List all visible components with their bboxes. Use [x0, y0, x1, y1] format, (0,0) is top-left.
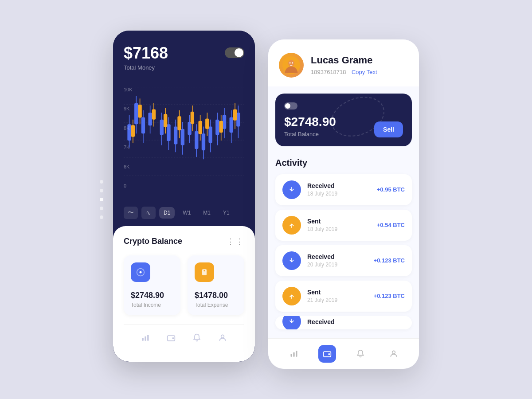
svg-point-70: [292, 62, 293, 63]
svg-rect-29: [208, 126, 212, 143]
nav-profile-right[interactable]: [385, 345, 403, 363]
dots-decoration: [100, 180, 103, 219]
svg-point-69: [289, 62, 291, 63]
svg-rect-33: [223, 115, 226, 129]
avatar: [279, 53, 304, 78]
dot: [100, 207, 103, 210]
svg-point-60: [203, 270, 205, 271]
svg-rect-71: [290, 354, 292, 357]
candlestick-chart: [124, 87, 244, 176]
chart-label-8k: 8K: [124, 125, 133, 131]
nav-icon-profile[interactable]: [214, 329, 231, 347]
menu-dots-icon[interactable]: ⋮⋮: [227, 237, 244, 246]
activity-amount: +0.123 BTC: [374, 257, 405, 264]
dot: [100, 215, 103, 219]
svg-point-58: [140, 271, 142, 273]
svg-rect-63: [147, 335, 149, 340]
card-toggle[interactable]: [284, 102, 297, 110]
activity-info: Received 20 July 2019: [307, 253, 368, 268]
svg-rect-72: [293, 352, 294, 356]
svg-rect-62: [145, 336, 146, 340]
activity-type: Received: [307, 253, 368, 260]
activity-amount: +0.95 BTC: [377, 186, 405, 193]
nav-chart-right[interactable]: [285, 345, 303, 363]
svg-rect-9: [134, 103, 138, 124]
chart-labels: 10K 9K 8K 7K 6K 0: [124, 87, 133, 189]
left-phone: $7168 Total Money 10K 9K 8K 7K 6K 0: [113, 31, 255, 362]
nav-icon-chart[interactable]: [137, 329, 154, 347]
activity-date: 21 July 2019: [307, 297, 368, 303]
svg-rect-15: [160, 119, 164, 135]
total-income-card: $2748.90 Total Income: [124, 255, 180, 315]
svg-rect-47: [177, 116, 181, 130]
balance-header: $7168: [124, 44, 244, 63]
activity-title: Activity: [275, 158, 412, 168]
income-icon: [131, 262, 150, 282]
activity-amount: +0.54 BTC: [377, 222, 405, 228]
svg-rect-55: [219, 121, 223, 132]
profile-section: Lucas Grame 18937618718 Copy Text: [268, 39, 419, 86]
time-btn-d1[interactable]: D1: [159, 207, 175, 219]
chart-label-10k: 10K: [124, 87, 133, 92]
chart-label-9k: 9K: [124, 106, 133, 111]
chart-type-btn-line[interactable]: 〜: [124, 207, 138, 219]
time-btn-y1[interactable]: Y1: [219, 207, 234, 219]
svg-rect-73: [296, 351, 297, 356]
total-amount: $7168: [124, 44, 168, 63]
total-income-label: Total Income: [131, 302, 173, 308]
toggle-switch[interactable]: [225, 47, 244, 58]
svg-rect-75: [328, 353, 330, 355]
copy-text-btn[interactable]: Copy Text: [352, 69, 377, 75]
activity-date: 18 July 2019: [307, 226, 371, 232]
activity-info: Sent 18 July 2019: [307, 218, 371, 232]
time-filters: 〜 ∿ D1 W1 M1 Y1: [113, 202, 255, 226]
left-bottom-nav: [124, 324, 244, 351]
activity-type: Received: [307, 318, 405, 325]
svg-rect-41: [138, 105, 141, 117]
activity-date: 20 July 2019: [307, 262, 368, 268]
activity-info: Received 18 July 2019: [307, 182, 371, 197]
svg-rect-27: [202, 133, 205, 150]
profile-id: 18937618718: [311, 69, 346, 75]
time-btn-m1[interactable]: M1: [199, 207, 215, 219]
total-income-amount: $2748.90: [131, 291, 173, 300]
activity-type: Sent: [307, 218, 371, 225]
dot: [100, 189, 103, 192]
nav-icon-bell[interactable]: [188, 329, 206, 347]
svg-rect-23: [188, 121, 191, 134]
nav-icon-wallet[interactable]: [162, 329, 180, 347]
svg-rect-35: [230, 117, 233, 133]
svg-rect-25: [195, 131, 198, 149]
svg-rect-11: [141, 117, 145, 133]
nav-wallet-right[interactable]: [318, 345, 336, 363]
activity-info: Received: [307, 318, 405, 327]
svg-rect-17: [167, 124, 170, 141]
profile-info: Lucas Grame 18937618718 Copy Text: [311, 55, 408, 76]
activity-amount: +0.123 BTC: [374, 293, 405, 299]
svg-rect-65: [172, 337, 174, 339]
svg-rect-31: [215, 119, 219, 135]
activity-item: Received 18 July 2019 +0.95 BTC: [275, 174, 412, 205]
chart-label-6k: 6K: [124, 164, 133, 169]
received-icon: [282, 251, 301, 270]
time-btn-w1[interactable]: W1: [178, 207, 195, 219]
total-expense-label: Total Expense: [195, 302, 237, 308]
chart-type-btn-wave[interactable]: ∿: [141, 207, 156, 219]
nav-bell-right[interactable]: [352, 345, 369, 363]
expense-icon: [195, 262, 214, 282]
dark-balance-card: $2748.90 Total Balance Sell: [275, 94, 412, 146]
activity-date: 18 July 2019: [307, 191, 371, 197]
received-icon: [282, 180, 301, 199]
profile-name: Lucas Grame: [311, 55, 408, 66]
crypto-balance-title: Crypto Balance: [124, 237, 182, 246]
chart-label-7k: 7K: [124, 145, 133, 150]
activity-type: Sent: [307, 289, 368, 296]
svg-rect-61: [142, 338, 144, 341]
activity-item: Received: [275, 316, 412, 329]
svg-rect-51: [198, 121, 202, 133]
sell-button[interactable]: Sell: [374, 121, 403, 137]
activity-item: Sent 18 July 2019 +0.54 BTC: [275, 210, 412, 241]
svg-rect-45: [164, 114, 167, 127]
sent-icon: [282, 216, 301, 235]
right-bottom-nav: [268, 338, 419, 369]
